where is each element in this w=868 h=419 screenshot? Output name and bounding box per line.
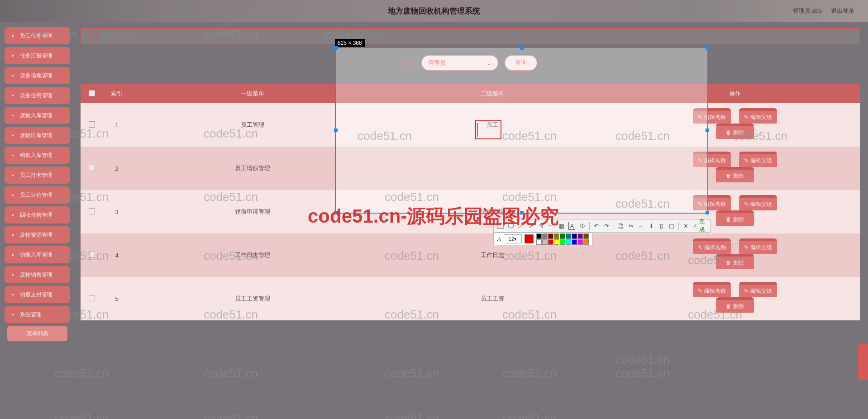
edit-name-button[interactable]: ✎ 编辑名称 [693, 241, 731, 254]
main-content: 首页 / 菜单列表 角色 管理员 ⌄ 查询 索引 一级菜单 二级菜单 操作 1员… [81, 28, 860, 414]
rect-tool-icon[interactable] [497, 222, 504, 230]
shuffle-icon[interactable]: ✂ [628, 222, 634, 230]
palette-swatch[interactable] [583, 233, 589, 239]
palette-swatch[interactable] [536, 239, 542, 245]
palette-swatch[interactable] [548, 239, 553, 245]
pin-icon[interactable]: ▯ [658, 222, 664, 230]
palette-swatch[interactable] [577, 233, 583, 239]
palette-swatch[interactable] [554, 233, 559, 239]
text-tool-icon[interactable]: A [568, 222, 575, 230]
marker-tool-icon[interactable]: 〰 [548, 222, 554, 230]
current-user[interactable]: 管理员 abo [793, 7, 822, 15]
breadcrumb: 首页 / 菜单列表 [81, 28, 860, 44]
palette-swatch[interactable] [572, 233, 577, 239]
edit-parent-button[interactable]: ✎ 编辑父级 [739, 285, 777, 297]
palette-swatch[interactable] [554, 239, 559, 245]
search-button[interactable]: 查询 [505, 55, 537, 71]
screenshot-toolbar: ／ ↗ ✎ 〰 ▦ A ① ↶ ↷ ⿻ ✂ ︿ ⬇ ▯ ▢ ✕ ✓ 完成 [493, 219, 711, 233]
logout-link[interactable]: 退出登录 [831, 7, 854, 15]
palette-swatch[interactable] [542, 239, 548, 245]
sidebar-item-label: 废物出库管理 [20, 132, 52, 139]
sidebar-item-2[interactable]: ▪设备场地管理 [5, 67, 70, 84]
sidebar-item-14[interactable]: ▪系统管理 [5, 306, 70, 323]
role-select[interactable]: 管理员 ⌄ [421, 55, 498, 71]
done-button[interactable]: ✓ 完成 [693, 218, 707, 233]
sidebar-item-5[interactable]: ▪废物出库管理 [5, 127, 70, 144]
palette-swatch[interactable] [560, 233, 565, 239]
sidebar-item-6[interactable]: ▪销假入库管理 [5, 147, 70, 164]
more-icon[interactable]: ︿ [638, 222, 644, 230]
svg-rect-0 [498, 223, 503, 229]
circle-icon: ▪ [9, 251, 16, 258]
delete-button[interactable]: 🗑 删除 [716, 170, 754, 182]
row-checkbox[interactable] [89, 121, 95, 128]
delete-button[interactable]: 🗑 删除 [716, 126, 754, 139]
sidebar-item-9[interactable]: ▪回收价格管理 [5, 206, 70, 224]
breadcrumb-current: 菜单列表 [109, 32, 132, 40]
palette-swatch[interactable] [572, 239, 577, 245]
redo-icon[interactable]: ↷ [603, 222, 610, 230]
cancel-icon[interactable]: ✕ [682, 222, 689, 230]
sidebar-item-8[interactable]: ▪员工评价管理 [5, 186, 70, 204]
mosaic-tool-icon[interactable]: ▦ [558, 222, 565, 230]
sidebar-item-4[interactable]: ▪废物入库管理 [5, 107, 70, 124]
palette-swatch[interactable] [566, 233, 571, 239]
sidebar-item-7[interactable]: ▪员工打卡管理 [5, 167, 70, 184]
arrow-tool-icon[interactable]: ↗ [528, 222, 534, 230]
font-indicator-icon: A [497, 235, 501, 243]
palette-swatch[interactable] [566, 239, 571, 245]
sidebar-item-3[interactable]: ▪设备使用管理 [5, 87, 70, 104]
font-size-select[interactable]: 12 ▾ [504, 234, 522, 243]
palette-swatch[interactable] [560, 239, 565, 245]
cell-index: 2 [103, 147, 130, 190]
palette-swatch[interactable] [583, 239, 589, 245]
edit-name-button[interactable]: ✎ 编辑名称 [693, 198, 731, 210]
delete-button[interactable]: 🗑 删除 [716, 213, 754, 226]
palette-swatch[interactable] [548, 233, 553, 239]
row-checkbox[interactable] [89, 165, 95, 171]
delete-button[interactable]: 🗑 删除 [716, 257, 754, 269]
filter-bar: 角色 管理员 ⌄ 查询 [81, 55, 860, 71]
sidebar-item-10[interactable]: ▪废物资源管理 [5, 226, 70, 243]
edit-name-button[interactable]: ✎ 编辑名称 [693, 111, 731, 124]
delete-button[interactable]: 🗑 删除 [716, 300, 754, 313]
select-all-checkbox[interactable] [89, 90, 95, 96]
doc-icon: ▪ [9, 92, 16, 99]
app-header: 地方废物回收机构管理系统 管理员 abo 退出登录 [0, 0, 868, 22]
row-checkbox[interactable] [89, 208, 95, 214]
edit-parent-button[interactable]: ✎ 编辑父级 [739, 198, 777, 210]
sidebar-menu-list[interactable]: 菜单列表 [7, 326, 67, 341]
copy-icon[interactable]: ▢ [668, 222, 675, 230]
in-icon: ▪ [9, 112, 16, 119]
counter-tool-icon[interactable]: ① [579, 222, 585, 230]
current-color-swatch[interactable] [525, 234, 534, 243]
ocr-tool-icon[interactable]: ⿻ [617, 222, 624, 230]
edit-parent-button[interactable]: ✎ 编辑父级 [739, 241, 777, 254]
side-feedback-tab[interactable] [858, 344, 868, 380]
palette-swatch[interactable] [542, 233, 548, 239]
color-palette[interactable] [536, 233, 589, 245]
table-header-row: 索引 一级菜单 二级菜单 操作 [81, 84, 860, 103]
row-checkbox[interactable] [89, 295, 95, 301]
edit-parent-button[interactable]: ✎ 编辑父级 [739, 154, 777, 167]
ellipse-tool-icon[interactable] [507, 222, 514, 230]
edit-name-button[interactable]: ✎ 编辑名称 [693, 285, 731, 297]
line-tool-icon[interactable]: ／ [518, 222, 524, 230]
fire-icon: ▪ [9, 171, 16, 179]
download-icon[interactable]: ⬇ [648, 222, 654, 230]
pencil-tool-icon[interactable]: ✎ [538, 222, 544, 230]
palette-swatch[interactable] [536, 233, 542, 239]
th-index: 索引 [103, 84, 130, 103]
sidebar-item-0[interactable]: ▪员工任务管理 [5, 27, 70, 44]
row-checkbox[interactable] [89, 252, 95, 258]
sidebar-item-13[interactable]: ▪销假支付管理 [5, 286, 70, 303]
sidebar-item-1[interactable]: ▪任务汇报管理 [5, 47, 70, 64]
edit-parent-button[interactable]: ✎ 编辑父级 [739, 111, 777, 124]
palette-swatch[interactable] [577, 239, 583, 245]
sidebar: ▪员工任务管理▪任务汇报管理▪设备场地管理▪设备使用管理▪废物入库管理▪废物出库… [0, 22, 75, 419]
sidebar-item-11[interactable]: ▪销假入库管理 [5, 246, 70, 263]
breadcrumb-home[interactable]: 首页 [88, 32, 100, 40]
undo-icon[interactable]: ↶ [593, 222, 600, 230]
edit-name-button[interactable]: ✎ 编辑名称 [693, 154, 731, 167]
sidebar-item-12[interactable]: ▪废物销售管理 [5, 266, 70, 283]
